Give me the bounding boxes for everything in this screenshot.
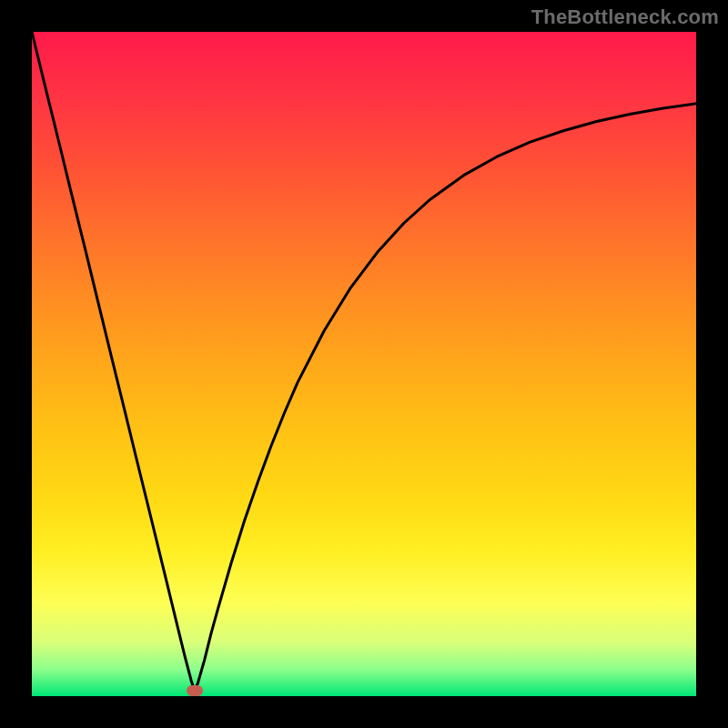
bottleneck-curve xyxy=(32,32,696,696)
chart-container: TheBottleneck.com xyxy=(0,0,728,728)
watermark-text: TheBottleneck.com xyxy=(531,5,719,29)
optimum-marker xyxy=(187,685,203,696)
plot-area xyxy=(32,32,696,696)
